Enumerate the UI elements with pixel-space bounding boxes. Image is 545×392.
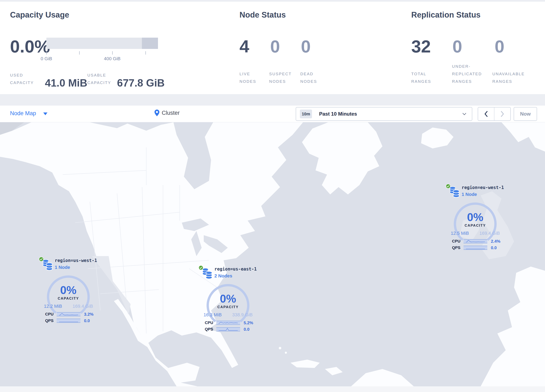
database-stack-icon [43,259,53,271]
breadcrumb[interactable]: Cluster [154,109,180,117]
capacity-label: CAPACITY [452,224,498,228]
qps-value: 0.0 [84,318,90,323]
region-marker-us-west-1[interactable]: region=us-west-1 1 Node 0% CAPACITY 12.2… [39,257,98,345]
capacity-used-value: 16.3 MiB [204,312,222,317]
next-time-window-button[interactable] [495,107,510,120]
unavailable-ranges-label: UNAVAILABLE RANGES [492,70,527,85]
region-name: region=us-east-1 [214,267,257,272]
live-nodes-count: 4 [240,38,249,55]
cpu-label: CPU [45,312,54,317]
capacity-usage-bar-segment [142,38,158,49]
cpu-label: CPU [205,321,213,325]
replication-status-title: Replication Status [411,10,481,19]
under-replicated-ranges-count: 0 [452,38,462,55]
cpu-sparkline-path [219,322,238,324]
chevron-right-icon [501,111,504,117]
capacity-label: CAPACITY [45,296,91,301]
qps-label: QPS [452,245,460,250]
region-node-count: 2 Nodes [214,273,232,279]
qps-sparkline [464,246,487,250]
chevron-down-icon [43,112,47,115]
region-marker-eu-west-1[interactable]: region=eu-west-1 1 Node 0% CAPACITY 12.5… [446,184,505,272]
capacity-percent: 0% [45,284,91,296]
time-window-badge: 10m [300,110,312,118]
time-window-dropdown[interactable]: 10m Past 10 Minutes [296,107,472,121]
axis-tick [145,51,146,55]
capacity-percent: 0% [452,211,498,224]
capacity-total-value: 169.4 GiB [73,304,93,309]
capacity-used-value: 12.5 MiB [451,230,469,236]
cpu-sparkline-path [466,240,485,242]
axis-tick [46,51,47,55]
suspect-nodes-count: 0 [270,38,280,55]
region-name: region=us-west-1 [55,258,97,263]
used-capacity-value: 41.0 MiB [45,78,87,88]
region-name: region=eu-west-1 [462,185,504,190]
time-window-label: Past 10 Minutes [319,111,462,117]
map-pin-icon [154,109,160,117]
node-map: region=us-west-1 1 Node 0% CAPACITY 12.2… [0,122,545,386]
region-node-count: 1 Node [462,192,477,197]
cpu-sparkline [57,312,81,316]
prev-time-window-button[interactable] [478,107,494,120]
breadcrumb-label: Cluster [162,110,180,116]
cpu-label: CPU [452,239,460,243]
capacity-usage-title: Capacity Usage [10,10,69,19]
qps-value: 0.0 [244,327,249,332]
cpu-sparkline [216,321,240,325]
axis-tick [112,51,113,55]
under-replicated-ranges-label: UNDER-REPLICATED RANGES [452,63,484,85]
cpu-sparkline-path [59,313,78,315]
cpu-value: 3.2% [84,312,94,317]
cpu-value: 5.2% [244,321,253,325]
region-node-count: 1 Node [55,265,70,270]
axis-tick-label: 0 GiB [41,56,52,62]
qps-sparkline [57,319,81,323]
cluster-summary-panel: Capacity Usage 0.0% 0 GiB 400 GiB USED C… [0,2,545,94]
unavailable-ranges-count: 0 [495,38,504,55]
total-ranges-label: TOTAL RANGES [411,70,434,85]
usable-capacity-value: 677.8 GiB [117,78,165,88]
live-nodes-label: LIVE NODES [240,70,262,85]
now-button[interactable]: Now [514,107,537,121]
axis-tick-label: 400 GiB [104,56,121,62]
total-ranges-count: 32 [411,38,431,55]
view-selector-label: Node Map [10,110,36,117]
capacity-used-value: 12.2 MiB [44,304,62,309]
qps-sparkline-path [219,328,238,330]
qps-label: QPS [45,318,54,323]
cpu-sparkline [464,239,487,243]
suspect-nodes-label: SUSPECT NODES [269,70,295,85]
used-capacity-label: USED CAPACITY [10,71,37,87]
database-stack-icon [202,268,212,280]
map-toolbar: Node Map Cluster 10m Past 10 Minutes Now [0,106,545,122]
region-marker-us-east-1[interactable]: region=us-east-1 2 Nodes 0% CAPACITY 16.… [198,265,257,353]
usable-capacity-label: USABLE CAPACITY [87,71,115,87]
chevron-left-icon [484,111,488,117]
qps-value: 0.0 [491,245,497,250]
page-background-strip [0,386,545,392]
time-window-pager [478,107,511,121]
dead-nodes-label: DEAD NODES [300,70,323,85]
dead-nodes-count: 0 [301,38,311,55]
capacity-usage-percent: 0.0% [10,38,50,55]
chevron-down-icon [462,113,466,115]
qps-sparkline [216,327,240,331]
view-selector-dropdown[interactable]: Node Map [10,110,47,117]
node-status-title: Node Status [240,10,286,19]
capacity-usage-bar [46,38,158,49]
cpu-value: 2.4% [491,239,501,244]
capacity-label: CAPACITY [205,305,251,309]
database-stack-icon [449,186,460,198]
capacity-total-value: 338.9 GiB [232,312,253,317]
qps-label: QPS [205,327,213,332]
capacity-total-value: 169.4 GiB [479,230,500,236]
capacity-percent: 0% [205,292,251,305]
axis-tick [79,51,80,55]
